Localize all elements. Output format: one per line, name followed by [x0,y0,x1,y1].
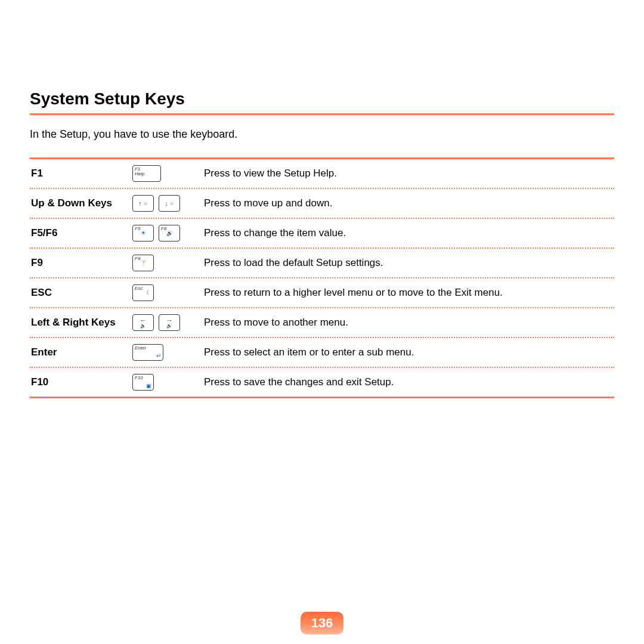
table-row: Enter Enter Press to select an item or t… [30,338,614,368]
key-name: F1 [30,168,132,179]
key-description: Press to move up and down. [204,197,614,209]
key-description: Press to change the item value. [204,227,614,239]
sleep-icon [146,290,151,296]
table-row: F1 F1 Help Press to view the Setup Help. [30,159,614,189]
key-icons: Enter [132,344,204,361]
key-icons: ☼ ☼ [132,195,204,212]
keycap-left-icon: 🔉 [132,314,154,331]
key-icons: Esc [132,284,204,301]
table-row: F10 F10 Press to save the changes and ex… [30,368,614,397]
keycap-f6-icon: F6 [159,225,180,242]
brightness-down-icon [141,230,146,236]
arrow-right-icon [166,317,173,324]
key-name: ESC [30,287,132,299]
wireless-icon [140,261,147,266]
table-row: F9 F9 Press to load the default Setup se… [30,249,614,278]
keycap-esc-icon: Esc [132,284,154,301]
key-name: Up & Down Keys [30,197,132,209]
document-page: System Setup Keys In the Setup, you have… [0,0,644,644]
key-description: Press to view the Setup Help. [204,168,614,179]
key-icons: F1 Help [132,165,204,182]
key-name: F9 [30,257,132,269]
keycap-down-icon: ☼ [159,195,180,212]
enter-arrow-icon [156,353,161,359]
key-icons: F9 [132,255,204,271]
page-title: System Setup Keys [30,89,614,115]
key-icons: F10 [132,374,204,391]
table-row: F5/F6 F5 F6 Press to change the item val… [30,219,614,249]
key-name: Left & Right Keys [30,317,132,329]
key-icons: F5 F6 [132,225,204,242]
key-description: Press to select an item or to enter a su… [204,346,614,358]
keycap-label-bottom: Help [135,172,159,177]
etc-icon [146,383,151,389]
arrow-up-icon [138,200,142,207]
arrow-left-icon [140,317,147,324]
key-description: Press to save the changes and exit Setup… [204,376,614,388]
intro-text: In the Setup, you have to use the keyboa… [30,128,614,141]
keycap-right-icon: 🔊 [159,314,180,331]
setup-keys-table: F1 F1 Help Press to view the Setup Help.… [30,157,614,398]
keycap-up-icon: ☼ [132,195,154,212]
page-number-badge: 136 [301,612,343,634]
key-name: F5/F6 [30,227,132,239]
key-description: Press to return to a higher level menu o… [204,287,614,299]
arrow-down-icon [165,200,168,207]
key-description: Press to load the default Setup settings… [204,257,614,269]
key-icons: 🔉 🔊 [132,314,204,331]
keycap-f1-icon: F1 Help [132,165,161,182]
keycap-enter-icon: Enter [132,344,163,361]
keycap-f5-icon: F5 [132,225,154,242]
page-number: 136 [311,615,333,631]
keycap-f10-icon: F10 [132,374,154,391]
key-name: F10 [30,376,132,388]
table-row: ESC Esc Press to return to a higher leve… [30,278,614,308]
key-description: Press to move to another menu. [204,317,614,329]
table-row: Left & Right Keys 🔉 🔊 Press to move to a… [30,308,614,338]
mute-icon [166,231,173,236]
keycap-f9-icon: F9 [132,255,154,271]
table-row: Up & Down Keys ☼ ☼ Press to move up and … [30,189,614,219]
key-name: Enter [30,346,132,358]
